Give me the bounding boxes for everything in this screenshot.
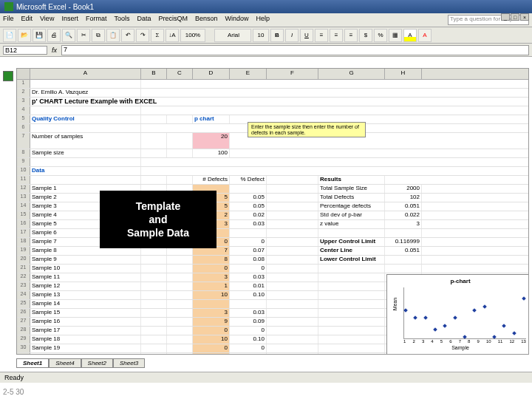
cell[interactable] xyxy=(318,327,385,335)
tab-sheet2[interactable]: Sheet2 xyxy=(81,358,113,368)
cell[interactable]: Number of samples xyxy=(30,133,141,149)
cell[interactable]: Total Defects xyxy=(318,194,385,202)
cell[interactable] xyxy=(267,202,318,211)
fx-icon[interactable]: fx xyxy=(52,47,57,54)
cell[interactable]: 10 xyxy=(193,291,230,299)
cell[interactable] xyxy=(167,353,193,355)
cell[interactable]: z value xyxy=(318,220,385,228)
cell[interactable]: p chart xyxy=(193,115,230,123)
cell[interactable] xyxy=(167,149,193,157)
sum-icon[interactable]: Σ xyxy=(151,29,164,42)
cell[interactable]: 9 xyxy=(193,318,230,326)
paste-icon[interactable]: 📋 xyxy=(106,29,120,42)
cell[interactable] xyxy=(318,300,385,308)
cell[interactable] xyxy=(141,300,167,308)
menu-format[interactable]: Format xyxy=(86,15,107,25)
col-F[interactable]: F xyxy=(267,69,318,79)
cell[interactable] xyxy=(267,256,318,264)
cell[interactable]: 3 xyxy=(193,273,230,282)
col-H[interactable]: H xyxy=(385,69,422,79)
cell[interactable] xyxy=(318,273,385,282)
cell[interactable]: 0 xyxy=(193,344,230,352)
cell[interactable] xyxy=(141,273,167,282)
cell[interactable] xyxy=(167,344,193,352)
cell[interactable] xyxy=(141,256,167,264)
cell[interactable] xyxy=(167,318,193,326)
cell[interactable]: 0.10 xyxy=(230,335,267,344)
copy-icon[interactable]: ⧉ xyxy=(92,29,105,42)
worksheet[interactable]: A B C D E F G H 12Dr. Emilio A. Vazquez3… xyxy=(16,68,529,355)
cell[interactable]: 0 xyxy=(230,238,267,246)
cell[interactable] xyxy=(318,291,385,299)
cell[interactable] xyxy=(141,318,167,326)
embedded-chart[interactable]: p-chart Mean 12345678910111213 Sample xyxy=(386,274,529,355)
cell[interactable]: 0.03 xyxy=(230,309,267,317)
menu-tools[interactable]: Tools xyxy=(114,15,129,25)
cell[interactable] xyxy=(267,194,318,202)
cell[interactable]: 0.09 xyxy=(230,318,267,326)
menu-benson[interactable]: Benson xyxy=(195,15,218,25)
bold-icon[interactable]: B xyxy=(270,29,284,42)
cell[interactable]: Sample 17 xyxy=(30,327,141,335)
cell[interactable] xyxy=(167,273,193,282)
cell[interactable]: 0.116999 xyxy=(385,238,422,246)
cell[interactable] xyxy=(267,229,318,237)
cell[interactable]: 0.05 xyxy=(230,194,267,202)
menu-precisqm[interactable]: PrecisQM xyxy=(158,15,188,25)
cell[interactable]: 0.01 xyxy=(230,282,267,290)
cell[interactable] xyxy=(141,309,167,317)
cell[interactable]: Lower Control Limit xyxy=(318,256,385,264)
cell[interactable]: % Defect xyxy=(230,176,267,184)
menu-help[interactable]: Help xyxy=(256,15,270,25)
cell[interactable] xyxy=(385,256,422,264)
cell[interactable] xyxy=(193,300,230,308)
cell[interactable]: 0.05 xyxy=(230,202,267,211)
max-button[interactable]: □ xyxy=(511,13,519,21)
cell[interactable] xyxy=(267,282,318,290)
print-icon[interactable]: 🖨 xyxy=(47,29,61,42)
col-E[interactable]: E xyxy=(230,69,267,79)
cell[interactable]: 0 xyxy=(230,327,267,335)
cell[interactable] xyxy=(267,309,318,317)
col-D[interactable]: D xyxy=(193,69,230,79)
addin-icon[interactable] xyxy=(3,71,13,81)
font-color-icon[interactable]: A xyxy=(418,29,432,42)
cell[interactable]: Sample 9 xyxy=(30,256,141,264)
cell[interactable]: Sample 12 xyxy=(30,282,141,290)
cell[interactable] xyxy=(167,309,193,317)
cell[interactable] xyxy=(267,238,318,246)
col-G[interactable]: G xyxy=(318,69,385,79)
cell[interactable] xyxy=(167,256,193,264)
cell[interactable]: 0.08 xyxy=(230,256,267,264)
cell[interactable] xyxy=(167,327,193,335)
cell[interactable]: 0.03 xyxy=(230,220,267,228)
cell[interactable]: Sample 15 xyxy=(30,309,141,317)
cell[interactable] xyxy=(141,353,167,355)
cell[interactable] xyxy=(267,327,318,335)
cell[interactable] xyxy=(267,318,318,326)
cell[interactable]: Percentage defects xyxy=(318,202,385,211)
cell[interactable]: 0.03 xyxy=(230,353,267,355)
cell[interactable] xyxy=(230,185,267,193)
redo-icon[interactable]: ↷ xyxy=(136,29,149,42)
cell[interactable] xyxy=(167,291,193,299)
cell[interactable]: 0.03 xyxy=(230,273,267,282)
cell[interactable]: 0.02 xyxy=(230,211,267,219)
cell[interactable] xyxy=(267,344,318,352)
cell[interactable] xyxy=(318,265,385,273)
cell[interactable] xyxy=(141,291,167,299)
col-C[interactable]: C xyxy=(167,69,193,79)
cell[interactable]: 0.022 xyxy=(385,211,422,219)
cell[interactable]: Sample 19 xyxy=(30,344,141,352)
cell[interactable] xyxy=(141,327,167,335)
zoom-box[interactable]: 100% xyxy=(180,29,205,42)
cell[interactable] xyxy=(267,273,318,282)
align-center-icon[interactable]: ≡ xyxy=(330,29,343,42)
cell[interactable]: p' CHART Lecture Example with EXCEL xyxy=(30,98,141,106)
align-right-icon[interactable]: ≡ xyxy=(344,29,358,42)
open-icon[interactable]: 📂 xyxy=(18,29,31,42)
cell[interactable] xyxy=(30,106,141,115)
cell[interactable] xyxy=(141,265,167,273)
cell[interactable]: 2000 xyxy=(385,185,422,193)
cell[interactable] xyxy=(141,344,167,352)
